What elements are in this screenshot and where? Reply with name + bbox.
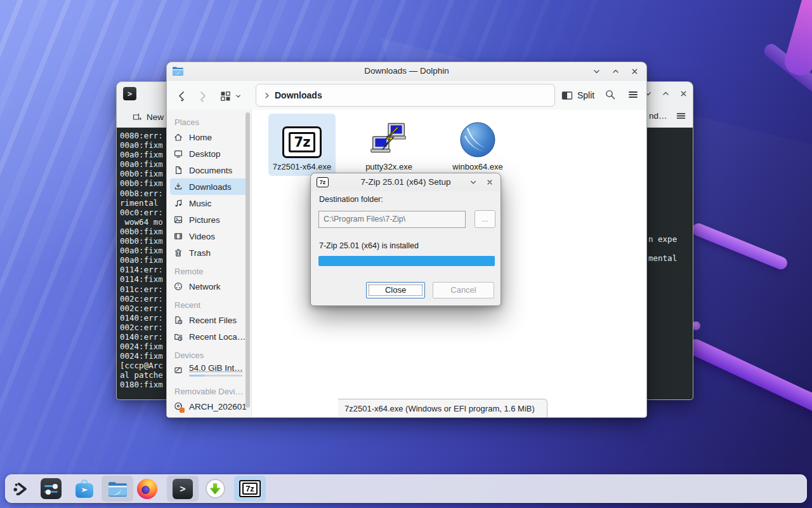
terminal-line: 0140:err: (120, 313, 163, 323)
location-bar[interactable]: Downloads (256, 84, 555, 107)
terminal-line: 0180:fixm (120, 380, 163, 389)
music-icon (173, 198, 183, 208)
split-icon (561, 90, 573, 101)
taskbar-panel: > 7z (5, 474, 807, 503)
dolphin-window-title: Downloads — Dolphin (167, 66, 646, 76)
terminal-line: 00b0:fixm (120, 227, 163, 236)
dolphin-minimize-button[interactable] (589, 64, 603, 78)
file-item[interactable]: 7z 7z2501-x64.exe (268, 114, 336, 176)
recent-files-icon (173, 315, 183, 325)
destination-path-field[interactable]: C:\Program Files\7-Zip\ (318, 211, 466, 228)
terminal-line: rimental (120, 198, 163, 208)
sidebar-item-desktop[interactable]: Desktop (170, 145, 248, 162)
dolphin-toolbar: Downloads Split (167, 81, 646, 110)
view-mode-chevron-icon[interactable] (233, 88, 243, 104)
sidebar-item-removable-device[interactable]: ARCH_202601 (170, 398, 248, 415)
terminal-line: 00b0:fixm (120, 169, 163, 178)
terminal-line-fragment: n expe (648, 234, 677, 244)
dolphin-close-button[interactable] (627, 64, 641, 78)
dolphin-maximize-button[interactable] (608, 64, 622, 78)
terminal-line: 00a0:fixm (120, 150, 163, 159)
terminal-line: 0080:err: (120, 131, 163, 140)
view-mode-icon[interactable] (218, 88, 233, 104)
dolphin-task-icon (107, 479, 128, 498)
places-panel: Places Home Desktop Documents Download (167, 110, 252, 417)
system-settings-icon (41, 478, 62, 499)
sidebar-item-videos[interactable]: Videos (170, 228, 248, 244)
konsole-menu-icon[interactable] (674, 109, 688, 123)
terminal-line: 00c0:err: (120, 208, 163, 217)
terminal-line: 0114:fixm (120, 274, 163, 284)
dolphin-titlebar[interactable]: Downloads — Dolphin (167, 62, 646, 81)
split-button[interactable]: Split (559, 87, 597, 104)
task-dolphin[interactable] (102, 476, 133, 502)
harddisk-icon (173, 365, 183, 375)
task-firefox[interactable] (131, 476, 163, 502)
terminal-line: 00a0:fixm (120, 159, 163, 169)
places-section-header: Remote (174, 267, 251, 276)
konsole-task-icon: > (173, 479, 193, 499)
file-item[interactable]: putty32x.exe (355, 114, 422, 176)
sidebar-item-recent-files[interactable]: Recent Files (170, 312, 248, 328)
app-launcher-button[interactable] (5, 476, 37, 502)
kde-launcher-icon (11, 479, 30, 498)
discover-button[interactable] (69, 476, 100, 502)
terminal-line: 00b0:fixm (120, 178, 163, 188)
network-icon (173, 281, 183, 291)
sevenzip-file-icon: 7z (282, 114, 322, 158)
sidebar-item-downloads[interactable]: Downloads (170, 178, 248, 195)
forward-button[interactable] (195, 88, 210, 104)
sidebar-item-music[interactable]: Music (170, 195, 248, 211)
browse-button[interactable]: ... (475, 210, 495, 228)
discover-icon (74, 479, 95, 499)
terminal-line: 002c:err: (120, 294, 163, 304)
dialog-minimize-button[interactable] (466, 175, 480, 189)
sidebar-item-root-device[interactable]: 54.0 GiB Int… (170, 362, 248, 381)
setup-dialog-titlebar[interactable]: 7z 7-Zip 25.01 (x64) Setup (311, 173, 501, 191)
download-manager-button[interactable] (199, 476, 231, 502)
install-progress-bar (318, 256, 495, 266)
terminal-line: 002c:err: (120, 304, 163, 313)
firefox-icon (137, 479, 157, 499)
terminal-line: 002c:err: (120, 323, 163, 332)
search-icon[interactable] (603, 88, 617, 102)
sidebar-item-pictures[interactable]: Pictures (170, 211, 248, 228)
konsole-tab-title[interactable]: nd… (649, 111, 667, 121)
back-button[interactable] (174, 88, 190, 104)
file-item[interactable]: winbox64.exe (444, 114, 511, 176)
terminal-line: 0024:fixm (120, 342, 163, 351)
downloads-icon (173, 182, 183, 192)
sidebar-item-network[interactable]: Network (170, 278, 248, 295)
close-button[interactable]: Close (366, 282, 425, 298)
breadcrumb-chevron-icon (263, 91, 271, 100)
breadcrumb-current[interactable]: Downloads (275, 90, 322, 100)
disk-usage-bar (189, 375, 242, 377)
setup-dialog-window: 7z 7-Zip 25.01 (x64) Setup Destination f… (310, 173, 501, 306)
sidebar-item-documents[interactable]: Documents (170, 162, 248, 178)
documents-icon (173, 165, 183, 175)
places-scrollbar[interactable] (246, 112, 250, 413)
install-status-text: 7-Zip 25.01 (x64) is installed (319, 241, 419, 250)
terminal-line: [cccp@Arc (120, 361, 163, 370)
task-konsole[interactable]: > (167, 476, 199, 502)
sidebar-item-home[interactable]: Home (170, 129, 248, 145)
terminal-line: 00b8:err: (120, 189, 163, 198)
home-icon (173, 132, 183, 142)
places-section-header: Places (174, 117, 251, 127)
sidebar-item-recent-locations[interactable]: Recent Loca… (170, 328, 248, 345)
cancel-button[interactable]: Cancel (433, 282, 494, 298)
sidebar-item-trash[interactable]: Trash (170, 244, 248, 261)
dialog-close-button[interactable] (483, 175, 497, 189)
system-settings-button[interactable] (35, 476, 67, 502)
dolphin-menu-icon[interactable] (626, 88, 640, 102)
terminal-line: wow64 mo (120, 217, 163, 227)
konsole-close-button[interactable] (676, 86, 690, 100)
konsole-maximize-button[interactable] (658, 86, 672, 100)
mount-emblem (180, 408, 185, 413)
destination-folder-label: Destination folder: (319, 195, 383, 204)
terminal-line: 00b0:fixm (120, 236, 163, 246)
task-sevenzip-setup[interactable]: 7z (234, 476, 266, 502)
terminal-line: 011c:err: (120, 284, 163, 294)
disk-usage-fill (189, 375, 205, 377)
terminal-line: al patche (120, 370, 163, 380)
